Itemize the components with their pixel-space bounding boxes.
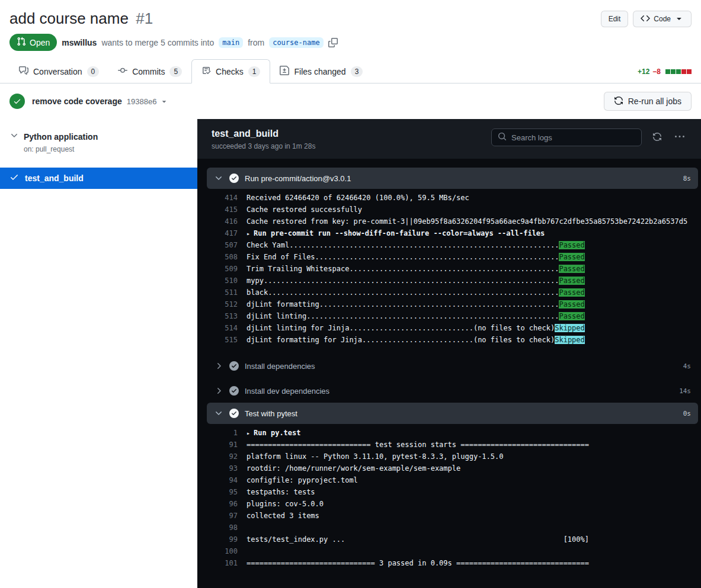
rerun-all-jobs-button[interactable]: Re-run all jobs [604, 92, 692, 111]
check-circle-icon [229, 361, 239, 371]
log-line-number[interactable]: 415 [207, 204, 238, 216]
log-line-number[interactable]: 510 [207, 275, 238, 287]
tab-commits[interactable]: Commits 5 [108, 60, 191, 83]
pr-tabs: Conversation 0 Commits 5 Checks 1 Files … [0, 59, 701, 83]
log-line-number[interactable]: 514 [207, 322, 238, 334]
tab-conversation[interactable]: Conversation 0 [9, 60, 108, 83]
log-status-badge-passed: Passed [559, 277, 584, 285]
log-line-text: plugins: cov-5.0.0 [247, 498, 324, 510]
log-step-run-pre-commit-action-v3-0-1: Run pre-commit/action@v3.0.18s414Receive… [207, 168, 698, 353]
step-header-install-dependencies[interactable]: Install dependencies4s [207, 354, 698, 378]
log-line-text: ▸Run pre-commit run --show-diff-on-failu… [247, 227, 545, 239]
pr-author[interactable]: mswillus [62, 38, 97, 47]
copy-icon[interactable] [328, 38, 338, 47]
diffstat-block-add [676, 69, 681, 74]
rerun-all-jobs-label: Re-run all jobs [628, 97, 681, 106]
log-status-badge-skipped: Skipped [555, 324, 585, 332]
log-line-text: Fix End of Files........................… [247, 251, 585, 263]
log-steps: Run pre-commit/action@v3.0.18s414Receive… [197, 159, 701, 588]
log-panel: test_and_build succeeded 3 days ago in 1… [197, 119, 701, 588]
log-group-marker-icon[interactable]: ▸ [247, 230, 250, 237]
log-settings-button[interactable] [673, 130, 687, 146]
log-status-badge-skipped: Skipped [555, 336, 585, 344]
tab-checks[interactable]: Checks 1 [191, 59, 270, 83]
log-line-text: mypy....................................… [247, 275, 585, 287]
log-line: 416Cache restored from key: pre-commit-3… [207, 216, 698, 227]
log-line-number[interactable]: 100 [207, 545, 238, 557]
commit-sha[interactable]: 19388e6 [127, 97, 157, 106]
refresh-logs-button[interactable] [650, 130, 664, 146]
log-line: 97collected 3 items [207, 510, 698, 522]
commit-dropdown-caret-icon[interactable] [160, 97, 168, 105]
log-line-text: Cache restored successfully [247, 204, 362, 216]
log-line-number[interactable]: 416 [207, 216, 238, 227]
log-line-number[interactable]: 417 [207, 227, 238, 239]
base-branch-label[interactable]: main [219, 37, 243, 48]
log-line-text: rootdir: /home/runner/work/sem-example/s… [247, 462, 460, 474]
step-log-lines: 414Received 62466420 of 62466420 (100.0%… [207, 189, 698, 353]
step-duration: 4s [683, 362, 691, 370]
log-line: 508Fix End of Files.....................… [207, 251, 698, 263]
log-line-number[interactable]: 515 [207, 334, 238, 346]
chevron-down-icon [214, 173, 223, 183]
log-line: 94configfile: pyproject.toml [207, 474, 698, 486]
tab-files-changed-count: 3 [351, 66, 363, 77]
step-header-run-pre-commit-action-v3-0-1[interactable]: Run pre-commit/action@v3.0.18s [207, 168, 698, 189]
log-line-number[interactable]: 92 [207, 451, 238, 462]
tab-checks-count: 1 [248, 66, 261, 77]
workflow-toggle[interactable]: Python application [9, 131, 188, 143]
log-line-text: djLint linting for Jinja................… [247, 322, 585, 334]
checklist-icon [201, 66, 211, 77]
log-line-number[interactable]: 513 [207, 310, 238, 322]
tab-files-changed-label: Files changed [294, 67, 345, 76]
log-line-number[interactable]: 94 [207, 474, 238, 486]
log-step-install-dependencies: Install dependencies4s [207, 354, 698, 378]
log-group-marker-icon[interactable]: ▸ [247, 430, 250, 436]
log-line-number[interactable]: 97 [207, 510, 238, 522]
log-line-number[interactable]: 414 [207, 192, 238, 204]
log-line-number[interactable]: 91 [207, 439, 238, 451]
chevron-down-icon [9, 131, 19, 143]
status-badge-label: Open [30, 38, 50, 47]
log-line-number[interactable]: 507 [207, 239, 238, 251]
log-line-number[interactable]: 509 [207, 263, 238, 275]
tab-commits-count: 5 [169, 66, 182, 77]
log-line-number[interactable]: 98 [207, 522, 238, 534]
log-line-number[interactable]: 508 [207, 251, 238, 263]
code-button[interactable]: Code [633, 11, 692, 27]
step-header-install-dev-dependencies[interactable]: Install dev dependencies14s [207, 379, 698, 403]
log-line-number[interactable]: 511 [207, 287, 238, 298]
log-status-badge-passed: Passed [559, 300, 584, 309]
log-line-text: djLint formatting.......................… [247, 298, 585, 310]
log-line-number[interactable]: 512 [207, 298, 238, 310]
log-line-text: djLint linting..........................… [247, 310, 585, 322]
tab-files-changed[interactable]: Files changed 3 [270, 60, 372, 83]
diffstat-additions: +12 [638, 68, 649, 76]
log-line: 513djLint linting.......................… [207, 310, 698, 322]
commit-message[interactable]: remove code coverage [32, 97, 122, 106]
file-diff-icon [280, 66, 289, 77]
search-logs-input[interactable] [511, 133, 635, 142]
edit-button[interactable]: Edit [601, 11, 629, 27]
git-pull-request-icon [17, 37, 26, 48]
log-line: 91============================= test ses… [207, 439, 698, 451]
log-line-text: collected 3 items [247, 510, 319, 522]
log-line-text: djLint formatting for Jinja.............… [247, 334, 585, 346]
pr-title: add course name [9, 9, 129, 27]
search-icon [498, 132, 507, 143]
log-line-number[interactable]: 99 [207, 534, 238, 545]
chevron-down-icon [214, 409, 223, 418]
step-header-test-with-pytest[interactable]: Test with pytest0s [207, 403, 698, 424]
status-badge: Open [9, 34, 57, 51]
log-line-text: testpaths: tests [247, 486, 315, 498]
log-line-number[interactable]: 96 [207, 498, 238, 510]
head-branch-label[interactable]: course-name [269, 37, 323, 48]
chevron-right-icon [214, 361, 223, 371]
sidebar-item-test-and-build[interactable]: test_and_build [0, 168, 197, 189]
log-line-number[interactable]: 101 [207, 557, 238, 569]
log-line-number[interactable]: 1 [207, 427, 238, 439]
log-job-title: test_and_build [212, 128, 315, 139]
log-line-number[interactable]: 93 [207, 462, 238, 474]
log-line: 92platform linux -- Python 3.11.10, pyte… [207, 451, 698, 462]
log-line-number[interactable]: 95 [207, 486, 238, 498]
